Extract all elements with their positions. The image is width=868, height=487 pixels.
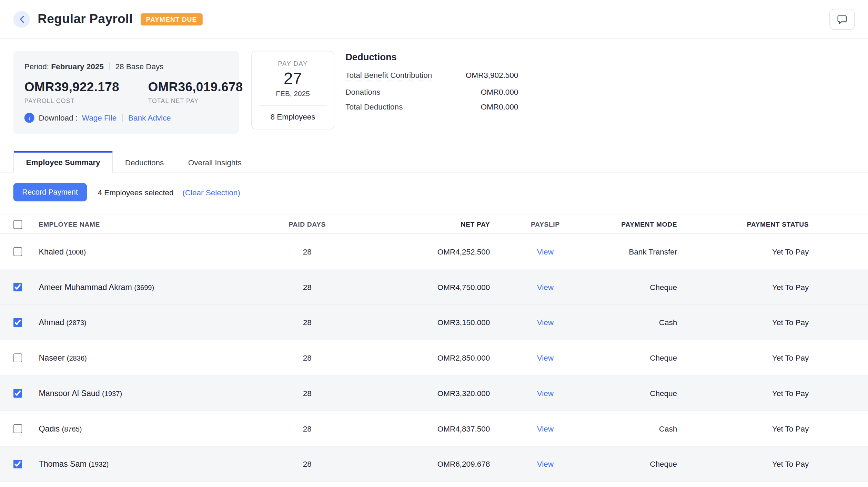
row-checkbox[interactable] <box>13 282 22 291</box>
view-payslip-link[interactable]: View <box>537 388 554 397</box>
net-pay-cell: OMR3,320.000 <box>349 388 490 397</box>
table-row: Naseer (2836) 28 OMR2,850.000 View Chequ… <box>0 340 868 376</box>
row-checkbox[interactable] <box>13 424 22 433</box>
net-pay-cell: OMR3,150.000 <box>349 318 490 327</box>
payment-mode-cell: Cheque <box>601 388 688 397</box>
column-payment-mode: PAYMENT MODE <box>601 220 688 228</box>
net-pay-cell: OMR4,252.500 <box>349 247 490 256</box>
table-row: Qadis (8765) 28 OMR4,837.500 View Cash Y… <box>0 411 868 446</box>
payment-status-cell: Yet To Pay <box>688 424 855 433</box>
table-body: Khaled (1008) 28 OMR4,252.500 View Bank … <box>0 234 868 481</box>
divider <box>122 114 123 122</box>
divider <box>259 105 327 105</box>
employee-id: (3699) <box>134 283 154 291</box>
payment-status-cell: Yet To Pay <box>688 459 855 468</box>
period-label: Period: <box>24 62 49 71</box>
period-line: Period: February 2025 28 Base Days <box>24 62 228 71</box>
row-checkbox[interactable] <box>13 318 22 327</box>
deduction-label-total: Total Deductions <box>345 102 403 111</box>
payment-mode-cell: Cheque <box>601 353 688 362</box>
payment-mode-cell: Cheque <box>601 282 688 291</box>
deduction-row: Donations OMR0.000 <box>345 87 518 96</box>
row-checkbox[interactable] <box>13 388 22 397</box>
column-payslip: PAYSLIP <box>490 220 600 228</box>
deduction-value-benefit: OMR3,902.500 <box>466 71 518 80</box>
employee-name: Mansoor Al Saud <box>39 388 100 397</box>
column-employee-name: EMPLOYEE NAME <box>39 220 265 228</box>
net-pay-cell: OMR4,837.500 <box>349 424 490 433</box>
employee-name: Naseer <box>39 353 64 362</box>
employee-id: (1932) <box>89 460 109 468</box>
payment-mode-cell: Bank Transfer <box>601 247 688 256</box>
bank-advice-link[interactable]: Bank Advice <box>128 113 171 122</box>
back-button[interactable] <box>13 11 30 27</box>
deduction-value-donations: OMR0.000 <box>481 87 518 96</box>
tab-overall-insights[interactable]: Overall Insights <box>176 152 254 173</box>
payment-status-cell: Yet To Pay <box>688 353 855 362</box>
employee-name-cell: Thomas Sam (1932) <box>39 459 265 468</box>
table-row: Khaled (1008) 28 OMR4,252.500 View Bank … <box>0 234 868 269</box>
employee-name-cell: Khaled (1008) <box>39 247 265 256</box>
payment-status-cell: Yet To Pay <box>688 388 855 397</box>
paid-days-cell: 28 <box>266 424 349 433</box>
selected-count-text: 4 Employees selected <box>98 188 174 197</box>
table-row: Mansoor Al Saud (1937) 28 OMR3,320.000 V… <box>0 375 868 411</box>
paid-days-cell: 28 <box>266 388 349 397</box>
employee-table: EMPLOYEE NAME PAID DAYS NET PAY PAYSLIP … <box>0 215 868 482</box>
employee-name-cell: Qadis (8765) <box>39 424 265 433</box>
paid-days-cell: 28 <box>266 247 349 256</box>
deduction-row: Total Deductions OMR0.000 <box>345 102 518 111</box>
view-payslip-link[interactable]: View <box>537 459 554 468</box>
payment-mode-cell: Cheque <box>601 459 688 468</box>
total-net-pay-value: OMR36,019.678 <box>148 80 243 94</box>
payment-status-cell: Yet To Pay <box>688 247 855 256</box>
net-pay-cell: OMR6,209.678 <box>349 459 490 468</box>
view-payslip-link[interactable]: View <box>537 318 554 327</box>
employee-name-cell: Ameer Muhammad Akram (3699) <box>39 282 265 291</box>
download-label: Download : <box>39 113 77 122</box>
table-row: Thomas Sam (1932) 28 OMR6,209.678 View C… <box>0 446 868 482</box>
comments-button[interactable] <box>829 9 855 30</box>
table-row: Ameer Muhammad Akram (3699) 28 OMR4,750.… <box>0 269 868 305</box>
download-icon: ↓ <box>24 113 34 123</box>
tab-employee-summary[interactable]: Employee Summary <box>13 151 113 173</box>
paid-days-cell: 28 <box>266 318 349 327</box>
payment-mode-cell: Cash <box>601 318 688 327</box>
payment-mode-cell: Cash <box>601 424 688 433</box>
view-payslip-link[interactable]: View <box>537 424 554 433</box>
payday-label: PAY DAY <box>259 60 327 67</box>
employee-name: Qadis <box>39 424 60 433</box>
summary-section: Period: February 2025 28 Base Days OMR39… <box>0 39 868 134</box>
row-checkbox[interactable] <box>13 353 22 362</box>
payday-card: PAY DAY 27 FEB, 2025 8 Employees <box>251 51 334 129</box>
employee-name: Khaled <box>39 247 64 256</box>
row-checkbox[interactable] <box>13 247 22 256</box>
clear-selection-link[interactable]: (Clear Selection) <box>182 188 240 197</box>
column-paid-days: PAID DAYS <box>266 220 349 228</box>
view-payslip-link[interactable]: View <box>537 247 554 256</box>
tab-deductions[interactable]: Deductions <box>113 152 176 173</box>
row-checkbox[interactable] <box>13 459 22 468</box>
payroll-cost-value: OMR39,922.178 <box>24 80 119 94</box>
paid-days-cell: 28 <box>266 282 349 291</box>
comment-icon <box>837 14 847 24</box>
wage-file-link[interactable]: Wage File <box>82 113 117 122</box>
employee-id: (1008) <box>66 248 86 256</box>
deductions-summary: Deductions Total Benefit Contribution OM… <box>345 51 518 117</box>
employee-id: (2836) <box>67 354 87 362</box>
employee-name-cell: Naseer (2836) <box>39 353 265 362</box>
record-payment-button[interactable]: Record Payment <box>13 183 87 201</box>
view-payslip-link[interactable]: View <box>537 353 554 362</box>
select-all-checkbox[interactable] <box>13 220 22 229</box>
view-payslip-link[interactable]: View <box>537 282 554 291</box>
deductions-title: Deductions <box>345 52 518 63</box>
page-title: Regular Payroll <box>38 12 133 27</box>
net-pay-cell: OMR4,750.000 <box>349 282 490 291</box>
payment-status-cell: Yet To Pay <box>688 318 855 327</box>
deduction-label-benefit: Total Benefit Contribution <box>345 71 432 82</box>
action-bar: Record Payment 4 Employees selected (Cle… <box>0 173 868 201</box>
deduction-value-total: OMR0.000 <box>481 102 518 111</box>
total-net-pay-label: TOTAL NET PAY <box>148 97 243 104</box>
payday-day: 27 <box>259 69 327 88</box>
employee-name: Thomas Sam <box>39 459 86 468</box>
